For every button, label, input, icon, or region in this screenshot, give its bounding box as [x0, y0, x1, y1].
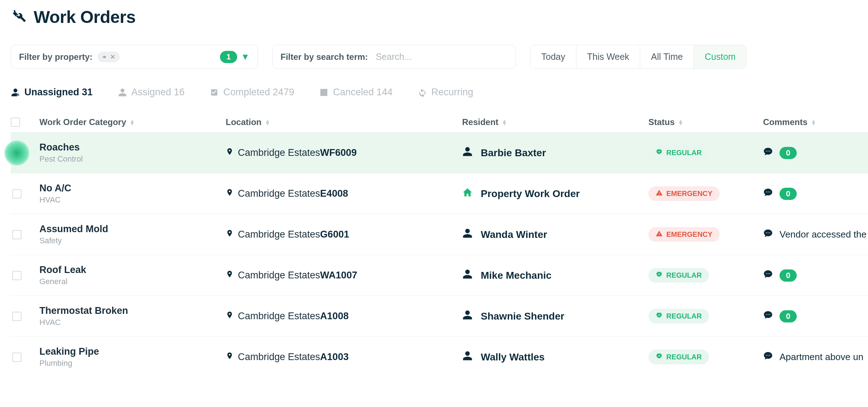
tab-completed[interactable]: Completed 2479 [210, 87, 294, 98]
resident-name: Wanda Winter [481, 229, 547, 240]
tab-canceled-label: Canceled [333, 87, 374, 97]
location-cell: Cambridge EstatesE4008 [226, 187, 462, 200]
comment-bubble-icon[interactable] [763, 228, 773, 241]
status-label: REGULAR [666, 353, 702, 361]
sort-icon: ▲▼ [678, 119, 683, 125]
work-order-category: Thermostat BrokenHVAC [39, 305, 226, 327]
work-order-title: Leaking Pipe [39, 346, 226, 357]
select-all-checkbox[interactable] [11, 118, 20, 127]
comments-cell: 0 [763, 187, 868, 200]
status-tabs: Unassigned 31 Assigned 16 Completed 2479… [11, 87, 868, 98]
status-cell: EMERGENCY [648, 186, 763, 201]
status-label: EMERGENCY [666, 230, 713, 239]
row-checkbox[interactable] [12, 230, 21, 239]
status-cell: REGULAR [648, 350, 763, 364]
pin-icon [226, 269, 234, 282]
resident-name: Shawnie Shender [481, 311, 564, 322]
col-category[interactable]: Work Order Category▲▼ [39, 117, 226, 127]
status-label: EMERGENCY [666, 190, 713, 198]
segment-all-time[interactable]: All Time [640, 45, 694, 68]
tab-unassigned[interactable]: Unassigned 31 [11, 87, 93, 98]
tab-recurring[interactable]: Recurring [418, 87, 473, 98]
pin-icon [226, 351, 234, 363]
comment-count-pill: 0 [780, 188, 797, 200]
status-label: REGULAR [666, 312, 702, 320]
segment-this-week[interactable]: This Week [576, 45, 641, 68]
work-order-subtitle: HVAC [39, 195, 226, 205]
filter-property[interactable]: Filter by property: ⚭ ✕ 1 ▼ [11, 45, 258, 69]
col-status[interactable]: Status▲▼ [648, 117, 763, 127]
table-row[interactable]: Leaking PipePlumbingCambridge EstatesA10… [11, 336, 868, 377]
comment-bubble-icon[interactable] [763, 269, 773, 282]
sort-icon: ▲▼ [811, 119, 816, 125]
status-badge: REGULAR [648, 309, 709, 324]
comments-cell: 0 [763, 147, 868, 159]
search-input[interactable] [376, 52, 508, 62]
location-cell: Cambridge EstatesWA1007 [226, 269, 462, 282]
person-icon [462, 227, 473, 242]
person-icon [462, 309, 473, 324]
pin-icon [226, 187, 234, 200]
segment-custom[interactable]: Custom [694, 45, 746, 68]
resident-cell: Wally Wattles [462, 350, 648, 364]
status-cell: EMERGENCY [648, 227, 763, 242]
row-checkbox[interactable] [12, 353, 21, 362]
sort-icon: ▲▼ [130, 119, 135, 125]
tab-completed-label: Completed [223, 87, 270, 97]
property-chip[interactable]: ⚭ ✕ [97, 52, 120, 62]
segment-today[interactable]: Today [531, 45, 576, 68]
chip-remove-icon[interactable]: ✕ [110, 53, 115, 61]
comment-bubble-icon[interactable] [763, 147, 773, 159]
comment-bubble-icon[interactable] [763, 310, 773, 322]
status-label: REGULAR [666, 149, 702, 157]
row-checkbox[interactable] [12, 271, 21, 280]
pin-icon [226, 147, 234, 159]
work-order-title: Roaches [39, 142, 226, 153]
col-comments[interactable]: Comments▲▼ [763, 117, 868, 127]
resident-cell: Barbie Baxter [462, 145, 648, 160]
status-badge: REGULAR [648, 268, 709, 283]
resident-name: Wally Wattles [481, 351, 545, 363]
tab-assigned[interactable]: Assigned 16 [118, 87, 185, 98]
table-row[interactable]: Assumed MoldSafetyCambridge EstatesG6001… [11, 214, 868, 255]
tab-recurring-label: Recurring [431, 87, 473, 97]
warning-icon [656, 230, 663, 239]
table-row[interactable]: No A/CHVACCambridge EstatesE4008Property… [11, 173, 868, 214]
work-order-title: Assumed Mold [39, 224, 226, 235]
tools-icon [11, 8, 27, 27]
work-order-subtitle: Plumbing [39, 359, 226, 368]
chevron-down-icon[interactable]: ▼ [241, 52, 250, 62]
property-count-badge: 1 [220, 51, 237, 63]
table-row[interactable]: RoachesPest ControlCambridge EstatesWF60… [11, 132, 868, 173]
col-location[interactable]: Location▲▼ [226, 117, 462, 127]
page-title: Work Orders [34, 7, 135, 27]
verified-icon [656, 312, 663, 321]
location-unit: E4008 [320, 188, 348, 199]
location-name: Cambridge Estates [238, 188, 320, 199]
location-name: Cambridge Estates [238, 229, 320, 240]
resident-name: Mike Mechanic [481, 270, 552, 281]
table-row[interactable]: Roof LeakGeneralCambridge EstatesWA1007M… [11, 255, 868, 296]
row-checkbox[interactable] [12, 312, 21, 321]
comment-bubble-icon[interactable] [763, 187, 773, 200]
work-order-subtitle: Safety [39, 236, 226, 245]
col-resident[interactable]: Resident▲▼ [462, 117, 648, 127]
resident-name: Property Work Order [481, 188, 580, 200]
comment-bubble-icon[interactable] [763, 351, 773, 363]
person-icon [462, 145, 473, 160]
table-body: RoachesPest ControlCambridge EstatesWF60… [11, 132, 868, 377]
resident-cell: Shawnie Shender [462, 309, 648, 324]
tab-canceled[interactable]: Canceled 144 [319, 87, 393, 98]
work-order-category: Assumed MoldSafety [39, 224, 226, 245]
comments-cell: 0 [763, 310, 868, 322]
verified-icon [656, 148, 663, 157]
table-row[interactable]: Thermostat BrokenHVACCambridge EstatesA1… [11, 296, 868, 336]
filter-search[interactable]: Filter by search term: [272, 45, 516, 69]
row-checkbox[interactable] [12, 189, 21, 198]
status-badge: EMERGENCY [648, 227, 720, 242]
pin-icon [226, 310, 234, 322]
tab-unassigned-count: 31 [82, 87, 93, 97]
comment-count-pill: 0 [780, 147, 797, 159]
tab-assigned-count: 16 [174, 87, 184, 97]
sort-icon: ▲▼ [265, 119, 270, 125]
